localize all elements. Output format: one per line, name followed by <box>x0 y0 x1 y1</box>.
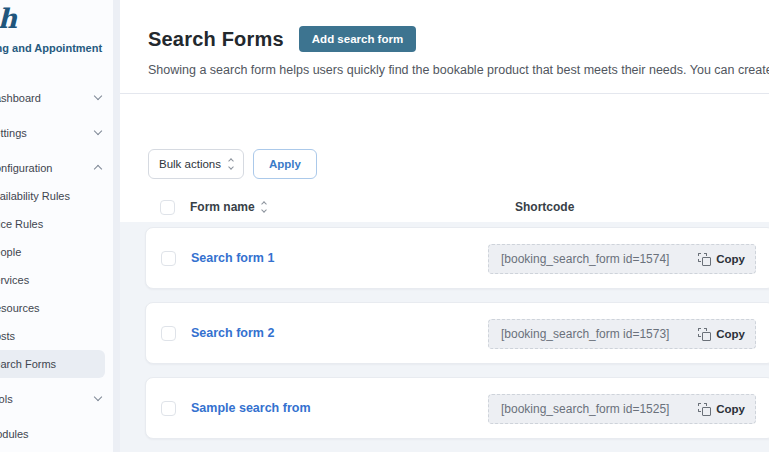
sidebar-item-resources[interactable]: Resources <box>0 294 113 322</box>
sidebar-item-services[interactable]: Services <box>0 266 113 294</box>
copy-icon <box>698 328 711 341</box>
copy-button[interactable]: Copy <box>698 403 745 416</box>
copy-icon <box>698 253 711 266</box>
copy-label: Copy <box>716 253 745 265</box>
shortcode-value: [booking_search_form id=1525] <box>501 402 669 416</box>
sidebar-item-label: Availability Rules <box>0 190 70 202</box>
form-name-link[interactable]: Search form 2 <box>191 326 274 340</box>
sidebar-item-label: Costs <box>0 330 15 342</box>
chevron-up-icon <box>94 165 102 173</box>
copy-icon <box>698 403 711 416</box>
shortcode-value: [booking_search_form id=1574] <box>501 252 669 266</box>
sidebar-item-configuration[interactable]: Configuration <box>0 154 113 182</box>
row-checkbox[interactable] <box>161 326 176 341</box>
app-logo: ch <box>0 4 113 34</box>
shortcode-pill: [booking_search_form id=1525] Copy <box>488 394 756 424</box>
row-checkbox[interactable] <box>161 401 176 416</box>
column-label: Form name <box>190 200 255 214</box>
copy-label: Copy <box>716 403 745 415</box>
table-row: Search form 1 [booking_search_form id=15… <box>145 227 769 289</box>
add-search-form-button[interactable]: Add search form <box>299 26 416 52</box>
app-subtitle: Booking and Appointment <box>0 42 113 54</box>
copy-button[interactable]: Copy <box>698 253 745 266</box>
chevron-down-icon <box>94 393 102 401</box>
table-row: Search form 2 [booking_search_form id=15… <box>145 302 769 364</box>
sidebar-nav: Dashboard Settings Configuration Availab… <box>0 84 113 448</box>
sidebar-item-label: Resources <box>0 302 40 314</box>
select-arrows-icon <box>229 159 233 169</box>
sort-icon[interactable] <box>262 202 266 212</box>
sidebar-item-label: Tools <box>0 393 13 405</box>
column-header-form-name[interactable]: Form name <box>190 200 266 214</box>
page-description: Showing a search form helps users quickl… <box>148 63 769 77</box>
bulk-actions-select[interactable]: Bulk actions <box>148 149 244 179</box>
table-body: Search form 1 [booking_search_form id=15… <box>120 222 769 452</box>
copy-button[interactable]: Copy <box>698 328 745 341</box>
sidebar: ch Booking and Appointment Dashboard Set… <box>0 0 113 452</box>
sidebar-item-label: Configuration <box>0 162 52 174</box>
chevron-down-icon <box>94 127 102 135</box>
select-all-checkbox[interactable] <box>160 200 175 215</box>
table-row: Sample search from [booking_search_form … <box>145 377 769 439</box>
chevron-down-icon <box>94 92 102 100</box>
column-header-shortcode: Shortcode <box>515 200 574 214</box>
sidebar-item-price-rules[interactable]: Price Rules <box>0 210 113 238</box>
sidebar-item-label: Modules <box>0 428 29 440</box>
page-title: Search Forms <box>148 28 284 51</box>
sidebar-item-search-forms[interactable]: Search Forms <box>0 350 105 378</box>
sidebar-item-label: Price Rules <box>0 218 43 230</box>
sidebar-item-label: Dashboard <box>0 92 41 104</box>
page-header: Search Forms Add search form Showing a s… <box>120 0 769 94</box>
sidebar-item-label: Search Forms <box>0 358 56 370</box>
form-name-link[interactable]: Search form 1 <box>191 251 274 265</box>
apply-button[interactable]: Apply <box>253 149 317 179</box>
copy-label: Copy <box>716 328 745 340</box>
sidebar-item-label: Services <box>0 274 29 286</box>
main-content: Search Forms Add search form Showing a s… <box>120 0 769 452</box>
sidebar-item-availability-rules[interactable]: Availability Rules <box>0 182 113 210</box>
sidebar-item-label: Settings <box>0 127 27 139</box>
sidebar-item-modules[interactable]: Modules <box>0 420 113 448</box>
shortcode-value: [booking_search_form id=1573] <box>501 327 669 341</box>
row-checkbox[interactable] <box>161 251 176 266</box>
sidebar-item-tools[interactable]: Tools <box>0 385 113 413</box>
form-name-link[interactable]: Sample search from <box>191 401 311 415</box>
sidebar-item-people[interactable]: People <box>0 238 113 266</box>
sidebar-item-settings[interactable]: Settings <box>0 119 113 147</box>
bulk-actions-toolbar: Bulk actions Apply <box>148 149 769 179</box>
sidebar-item-costs[interactable]: Costs <box>0 322 113 350</box>
shortcode-pill: [booking_search_form id=1574] Copy <box>488 244 756 274</box>
table-header-row: Form name Shortcode <box>148 196 769 218</box>
sidebar-item-label: People <box>0 246 21 258</box>
shortcode-pill: [booking_search_form id=1573] Copy <box>488 319 756 349</box>
sidebar-item-dashboard[interactable]: Dashboard <box>0 84 113 112</box>
bulk-actions-label: Bulk actions <box>159 158 221 170</box>
